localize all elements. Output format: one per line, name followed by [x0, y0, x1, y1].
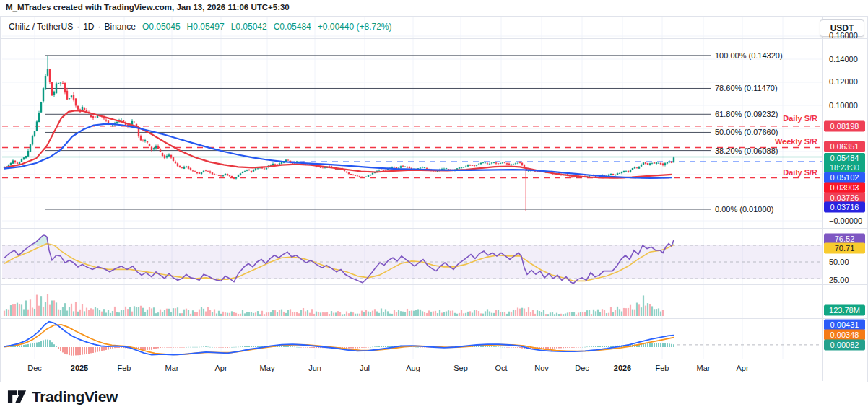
time-axis-label[interactable]: Feb [656, 364, 669, 372]
footer: TradingView [7, 388, 118, 406]
price-tick-label: 0.14000 [829, 55, 858, 63]
tradingview-logo-icon[interactable] [7, 388, 27, 406]
price-badge: 0.00082 [824, 340, 865, 351]
sr-level-label: Daily S/R [783, 114, 817, 123]
countdown-timer: 18:23:30 [824, 163, 865, 172]
fib-level-label: 61.80% (0.09232) [715, 110, 778, 118]
fib-level-label: 50.00% (0.07660) [715, 128, 778, 136]
time-axis-label[interactable]: Apr [214, 364, 227, 372]
time-axis-label[interactable]: 2026 [614, 364, 631, 372]
price-badge: 0.05102 [824, 172, 865, 183]
time-axis-label[interactable]: Jun [308, 364, 321, 372]
interval-label[interactable]: 1D [83, 22, 94, 32]
price-badge: 0.00431 [824, 320, 865, 330]
price-tick-label: 25.00 [829, 276, 849, 284]
price-badge: 0.03903 [824, 183, 865, 193]
time-axis-label[interactable]: Aug [406, 364, 420, 372]
ohlc-open: O0.05045 [142, 22, 181, 32]
legend-separator: · [98, 22, 101, 32]
exchange-label: Binance [105, 22, 136, 32]
ohlc-close: C0.05484 [274, 22, 311, 32]
price-badge: 0.0548418:23:30 [824, 153, 865, 173]
tradingview-logo-text[interactable]: TradingView [32, 388, 118, 406]
time-axis-label[interactable]: 2025 [71, 364, 88, 372]
legend-separator: · [77, 22, 79, 32]
price-tick-label: 0.12000 [829, 77, 858, 86]
price-badge: 0.06351 [824, 141, 865, 152]
time-axis-label[interactable]: Sep [453, 364, 468, 372]
ohlc-change: +0.00440 (+8.72%) [318, 22, 392, 32]
price-badge: 123.78M [824, 305, 865, 316]
time-axis-label[interactable]: Feb [118, 364, 131, 372]
price-badge: 0.00348 [824, 330, 865, 341]
fib-level-label: 100.00% (0.14320) [715, 51, 783, 60]
time-axis-label[interactable]: Mar [697, 364, 711, 372]
price-tick-label: 0.10000 [829, 101, 858, 110]
sr-level-label: Weekly S/R [775, 137, 817, 146]
page: M_MTrades created with TradingView.com, … [0, 0, 868, 412]
chart-legend: Chiliz / TetherUS·1D·BinanceO0.05045H0.0… [9, 22, 392, 32]
price-badge: 0.03716 [824, 202, 865, 213]
price-badge: 70.71 [824, 243, 865, 254]
time-axis-label[interactable]: Dec [575, 364, 589, 372]
fib-level-label: 38.20% (0.06088) [715, 146, 778, 155]
price-tick-label: −0.00000 [829, 216, 862, 225]
price-tick-label: 0.16000 [829, 31, 858, 40]
time-axis-label[interactable]: Mar [165, 364, 179, 372]
sr-level-label: Daily S/R [783, 168, 817, 177]
fib-level-label: 0.00% (0.01000) [715, 205, 773, 214]
time-axis-label[interactable]: Oct [495, 364, 507, 372]
time-axis-label[interactable]: Dec [27, 364, 42, 372]
ohlc-high: H0.05497 [187, 22, 225, 32]
time-axis-label[interactable]: May [260, 364, 275, 372]
symbol-title[interactable]: Chiliz / TetherUS [9, 22, 73, 32]
price-badge: 0.08198 [824, 121, 865, 132]
ohlc-low: L0.05042 [231, 22, 267, 32]
time-axis-label[interactable]: Jul [360, 364, 370, 372]
time-axis-label[interactable]: Nov [534, 364, 549, 372]
fib-level-label: 78.60% (0.11470) [715, 84, 778, 92]
time-axis-label[interactable]: Apr [736, 364, 748, 372]
price-tick-label: 50.00 [829, 258, 849, 266]
